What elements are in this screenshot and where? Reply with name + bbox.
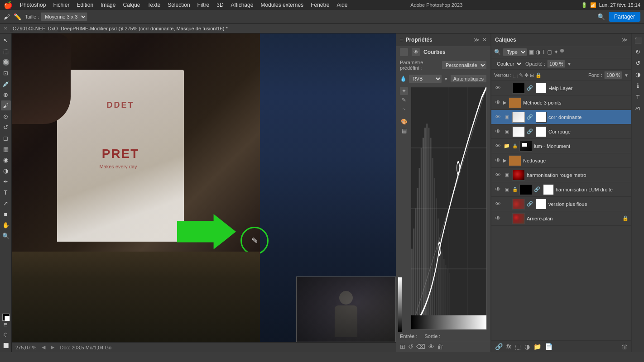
filter-dot[interactable]: [560, 49, 564, 52]
layer-item-background[interactable]: 👁 Arrière-plan 🔒: [491, 211, 631, 226]
visibility-eye[interactable]: 👁: [494, 157, 501, 164]
layer-group-arrow[interactable]: ▶: [503, 100, 507, 105]
eraser-tool[interactable]: ◻: [1, 133, 11, 143]
visibility-eye[interactable]: 👁: [494, 200, 501, 207]
menu-fenetre[interactable]: Fenêtre: [311, 2, 329, 8]
history-tool[interactable]: ↺: [1, 122, 11, 132]
hand-tool[interactable]: ✋: [1, 220, 11, 230]
curves-eyedropper-icon[interactable]: 💧: [400, 76, 407, 82]
layer-group-arrow[interactable]: ▶: [503, 158, 507, 163]
link-layers-icon[interactable]: 🔗: [495, 343, 503, 350]
visibility-eye[interactable]: 👁: [494, 128, 501, 135]
layer-item[interactable]: 👁 ▣ 🔒 🔗 harmonisation LUM droite: [491, 182, 631, 197]
new-layer-icon[interactable]: 📄: [545, 343, 553, 350]
curves-action-icon-1[interactable]: ⊞: [400, 343, 405, 350]
menu-fichier[interactable]: Fichier: [53, 2, 69, 8]
lock-all-icon[interactable]: 🔒: [535, 72, 542, 78]
opacity-input[interactable]: [547, 60, 565, 68]
quick-mask-tool[interactable]: ⬡: [1, 329, 11, 339]
pen-tool[interactable]: ✒: [1, 176, 11, 186]
history-panel-btn[interactable]: ↺: [633, 58, 643, 68]
adjustment-layer-icon[interactable]: ◑: [524, 343, 530, 350]
text-tool[interactable]: T: [1, 187, 11, 197]
fx-icon[interactable]: fx: [506, 343, 511, 350]
layer-item[interactable]: 👁 🔗 Help Layer: [491, 81, 631, 95]
menu-affichage[interactable]: Affichage: [231, 2, 254, 8]
channel-select[interactable]: RVB: [409, 74, 442, 83]
filter-shape-icon[interactable]: ▢: [547, 49, 552, 55]
preset-select[interactable]: Personnalisée: [442, 61, 487, 70]
layer-item[interactable]: 👁 ▣ 🔗 Cor rouge: [491, 124, 631, 139]
screen-mode-btn[interactable]: ⬜: [1, 340, 11, 350]
visibility-eye[interactable]: 👁: [494, 85, 501, 91]
menu-photoshop[interactable]: Photoshop: [20, 2, 46, 8]
auto-button[interactable]: Automatiques: [450, 75, 487, 83]
layer-item[interactable]: 👁 ▶ Nettoyage: [491, 153, 631, 168]
path-selection-tool[interactable]: ↗: [1, 198, 11, 208]
nav-arrow-left[interactable]: ◀: [42, 344, 45, 350]
lock-artboard-icon[interactable]: ⊞: [530, 72, 534, 78]
filter-pixel-icon[interactable]: ▣: [529, 49, 534, 55]
curve-point-tool[interactable]: ✦: [400, 87, 408, 95]
layer-item[interactable]: 👁 ▣ harmonisation rouge metro: [491, 168, 631, 182]
menu-image[interactable]: Image: [101, 2, 115, 8]
healing-tool[interactable]: ⊕: [1, 90, 11, 100]
filter-type-icon[interactable]: T: [542, 49, 545, 55]
dodge-tool[interactable]: ◑: [1, 166, 11, 176]
layers-expand-icon[interactable]: ≫: [622, 37, 628, 43]
lock-transparent-icon[interactable]: ⬚: [513, 72, 518, 78]
gradient-tool[interactable]: ▦: [1, 144, 11, 154]
close-tab-icon[interactable]: ✕: [4, 26, 7, 31]
visibility-eye[interactable]: 👁: [494, 114, 501, 120]
visibility-eye[interactable]: 👁: [494, 171, 501, 178]
expand-panel-icon[interactable]: ≫: [474, 37, 480, 43]
menu-texte[interactable]: Texte: [148, 2, 161, 8]
brush-tool[interactable]: 🖌: [1, 100, 11, 110]
blend-mode-select[interactable]: Couleur: [494, 60, 523, 68]
menu-3d[interactable]: 3D: [216, 2, 223, 8]
rotate-tool[interactable]: ↻: [633, 47, 643, 57]
share-button[interactable]: Partager: [609, 12, 640, 22]
size-select[interactable]: Moyenne 3 x 3: [41, 12, 87, 21]
zoom-tool[interactable]: 🔍: [1, 231, 11, 241]
foreground-bg-colors[interactable]: ⬒: [2, 322, 10, 327]
add-mask-icon[interactable]: ⬚: [515, 343, 521, 350]
menu-modules[interactable]: Modules externes: [260, 2, 303, 8]
curves-action-icon-4[interactable]: 👁: [428, 343, 434, 350]
apple-menu[interactable]: 🍎: [4, 1, 13, 10]
fond-dropdown[interactable]: ▼: [624, 73, 629, 78]
layer-item[interactable]: 👁 ▶ Méthode 3 points: [491, 95, 631, 110]
clone-tool[interactable]: ⊙: [1, 111, 11, 121]
curve-smooth-tool[interactable]: ~: [400, 105, 408, 113]
visibility-eye[interactable]: 👁: [494, 143, 501, 149]
eyedropper-tool[interactable]: 💉: [1, 79, 11, 89]
blur-tool[interactable]: ◉: [1, 155, 11, 165]
curve-draw-tool[interactable]: ✎: [400, 96, 408, 104]
search-icon[interactable]: 🔍: [597, 13, 605, 20]
navigator-tool[interactable]: ⬛: [633, 35, 643, 45]
lock-pixel-icon[interactable]: ✎: [519, 72, 523, 78]
lasso-tool[interactable]: 🔘: [1, 57, 11, 67]
filter-smart-icon[interactable]: ✦: [554, 49, 558, 55]
move-tool[interactable]: ↖: [1, 35, 11, 45]
adjustments-btn[interactable]: ◑: [633, 69, 643, 79]
visibility-eye[interactable]: 👁: [494, 215, 501, 222]
group-layers-icon[interactable]: 📁: [533, 343, 541, 350]
visibility-eye[interactable]: 👁: [494, 186, 501, 193]
selection-tool[interactable]: ⬚: [1, 46, 11, 56]
curve-channel-tool[interactable]: 🎨: [400, 118, 408, 126]
delete-layer-icon[interactable]: 🗑: [621, 343, 628, 350]
layer-item-selected[interactable]: 👁 ▣ 🔗 corr dominante: [491, 110, 631, 124]
lock-position-icon[interactable]: ✥: [524, 72, 529, 78]
curves-graph[interactable]: [411, 87, 487, 330]
menu-aide[interactable]: Aide: [336, 2, 347, 8]
close-panel-icon[interactable]: ✕: [482, 37, 487, 43]
info-btn[interactable]: ℹ: [633, 81, 643, 90]
layer-item[interactable]: 👁 📁 🔒 lum-- Monument: [491, 139, 631, 153]
opacity-dropdown[interactable]: ▼: [567, 62, 572, 67]
nav-arrow-right[interactable]: ▶: [51, 344, 54, 350]
curves-action-icon-5[interactable]: 🗑: [437, 343, 443, 350]
filter-adjustment-icon[interactable]: ◑: [536, 49, 540, 55]
crop-tool[interactable]: ⊡: [1, 68, 11, 78]
menu-calque[interactable]: Calque: [123, 2, 140, 8]
